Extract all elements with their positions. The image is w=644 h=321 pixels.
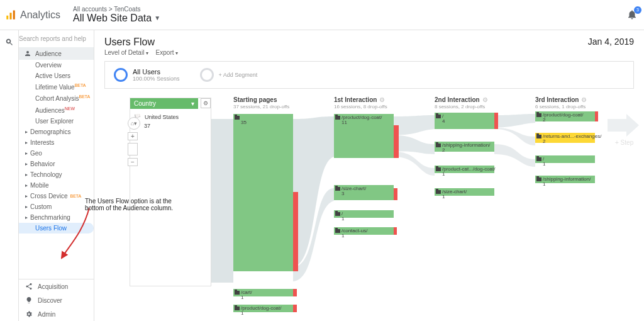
flow-node[interactable]: /cart/1 (235, 290, 252, 300)
sidebar-cat-demographics[interactable]: Demographics (19, 127, 94, 137)
dimension-row[interactable]: 🏳️ United States (130, 113, 211, 121)
chevron-down-icon: ▼ (154, 14, 160, 21)
zoom-in-button[interactable]: + (128, 132, 138, 140)
flow-node[interactable]: /shipping-information/1 (536, 177, 591, 187)
sidebar-cat-behavior[interactable]: Behavior (19, 159, 94, 169)
dimension-panel: Country▾ ⚙ 🏳️ United States 37 ⌂▾ + − (130, 98, 211, 286)
export-menu[interactable]: Export (156, 49, 178, 56)
account-path: All accounts > TenCoats (73, 6, 160, 13)
sidebar-cat-geo[interactable]: Geo (19, 148, 94, 159)
page-title: Users Flow (104, 37, 178, 48)
dimension-row-value: 37 (130, 121, 211, 130)
segment-circle-icon (200, 68, 214, 82)
sidebar-footer: Acquisition Discover Admin (19, 279, 94, 321)
flow-node[interactable]: /shipping-information/2 (436, 143, 490, 153)
flow-node[interactable]: /contact-us/1 (335, 228, 367, 239)
segment-circle-icon (114, 68, 128, 82)
sidebar-item-lifetime-value[interactable]: Lifetime ValueBETA (19, 81, 94, 93)
sidebar-item-discover[interactable]: Discover (19, 293, 94, 307)
flow-node[interactable]: /size-chart/3 (335, 186, 366, 196)
top-bar: Analytics All accounts > TenCoats All We… (0, 0, 644, 30)
analytics-icon (5, 9, 16, 21)
flow-node[interactable]: /returns-and...-exchanges/2 (536, 134, 601, 144)
gear-icon (25, 310, 33, 318)
level-of-detail-menu[interactable]: Level of Detail (104, 49, 148, 56)
account-view: All Web Site Data (73, 13, 152, 24)
sidebar-cat-technology[interactable]: Technology (19, 169, 94, 180)
home-button[interactable]: ⌂▾ (128, 117, 140, 130)
search-icon[interactable] (5, 38, 14, 49)
dimension-settings[interactable]: ⚙ (201, 98, 211, 108)
svg-rect-10 (394, 125, 399, 158)
sidebar-item-active-users[interactable]: Active Users (19, 70, 94, 81)
sidebar-item-admin[interactable]: Admin (19, 307, 94, 321)
svg-rect-15 (394, 227, 397, 235)
svg-rect-17 (494, 113, 498, 129)
flow-node[interactable]: /size-chart/1 (436, 189, 467, 200)
flow-node[interactable]: /product/dog-coat/1 (235, 306, 281, 316)
share-icon (25, 283, 33, 290)
sidebar-item-audiences[interactable]: AudiencesNEW (19, 104, 94, 116)
svg-rect-12 (394, 188, 397, 200)
flow-node[interactable]: 35 (235, 115, 247, 125)
zoom-slider[interactable] (128, 143, 138, 155)
annotation-arrow (58, 206, 96, 263)
analytics-logo[interactable]: Analytics (5, 9, 60, 21)
main-content: Users Flow Level of Detail Export Jan 4,… (94, 30, 644, 321)
sidebar: Search reports and help Audience Overvie… (19, 30, 94, 321)
sidebar-item-user-explorer[interactable]: User Explorer (19, 116, 94, 127)
date-range[interactable]: Jan 4, 2019 (588, 37, 634, 47)
account-switcher[interactable]: All accounts > TenCoats All Web Site Dat… (73, 6, 160, 24)
person-icon (24, 50, 31, 57)
flow-node[interactable]: /4 (436, 114, 445, 124)
svg-rect-0 (6, 15, 8, 19)
svg-rect-4 (293, 192, 298, 271)
add-segment-button[interactable]: + Add Segment (195, 65, 263, 84)
sidebar-section-audience[interactable]: Audience (19, 47, 94, 60)
sidebar-cat-mobile[interactable]: Mobile (19, 180, 94, 191)
svg-rect-3 (233, 114, 293, 271)
search-input[interactable]: Search reports and help (19, 33, 94, 47)
sidebar-item-acquisition[interactable]: Acquisition (19, 279, 94, 293)
notifications-button[interactable]: 3 (626, 9, 639, 21)
annotation-text: The Users Flow option is at the bottom o… (85, 198, 179, 211)
dimension-selector[interactable]: Country▾ (130, 98, 198, 109)
segment-all-users[interactable]: All Users 100.00% Sessions (109, 65, 185, 84)
chevron-down-icon: ▾ (191, 100, 194, 107)
flow-node[interactable]: /1 (335, 211, 344, 222)
sidebar-item-overview[interactable]: Overview (19, 60, 94, 70)
flow-node[interactable]: /1 (536, 157, 545, 167)
zoom-out-button[interactable]: − (128, 158, 138, 166)
brand-label: Analytics (20, 9, 60, 21)
svg-rect-1 (10, 13, 12, 20)
sidebar-cat-interests[interactable]: Interests (19, 137, 94, 148)
svg-rect-8 (293, 305, 297, 312)
flow-node[interactable]: /product/dog-coat/11 (335, 115, 382, 125)
notif-badge: 3 (634, 6, 641, 14)
sidebar-cat-cross-device[interactable]: Cross DeviceBETA (19, 191, 94, 201)
sidebar-item-cohort-analysis[interactable]: Cohort AnalysisBETA (19, 93, 94, 104)
icon-rail (0, 30, 19, 321)
svg-rect-22 (595, 111, 598, 121)
flow-node[interactable]: /product-cat.../dog-coat/1 (436, 167, 496, 177)
users-flow-chart[interactable]: Country▾ ⚙ 🏳️ United States 37 ⌂▾ + − St… (104, 94, 644, 321)
flow-node[interactable]: /product/dog-coat/2 (536, 113, 583, 123)
svg-rect-2 (13, 10, 15, 19)
segment-bar: All Users 100.00% Sessions + Add Segment (104, 61, 634, 89)
add-step-link[interactable]: + Step (615, 139, 633, 146)
bulb-icon (25, 296, 33, 304)
svg-rect-6 (293, 289, 297, 296)
